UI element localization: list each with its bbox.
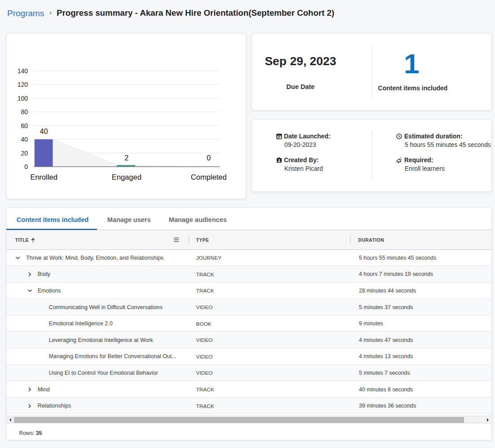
svg-text:100: 100 xyxy=(18,95,28,102)
svg-text:60: 60 xyxy=(21,122,28,129)
svg-text:Engaged: Engaged xyxy=(112,173,141,181)
svg-text:40: 40 xyxy=(40,128,48,135)
svg-text:80: 80 xyxy=(21,108,28,115)
svg-text:0: 0 xyxy=(207,154,211,162)
svg-text:Completed: Completed xyxy=(191,173,227,181)
svg-text:20: 20 xyxy=(21,150,28,157)
svg-text:140: 140 xyxy=(18,67,28,75)
svg-text:Enrolled: Enrolled xyxy=(30,173,57,181)
svg-text:40: 40 xyxy=(21,136,28,143)
svg-text:2: 2 xyxy=(124,154,128,162)
svg-text:0: 0 xyxy=(24,163,28,170)
svg-text:120: 120 xyxy=(18,81,28,88)
